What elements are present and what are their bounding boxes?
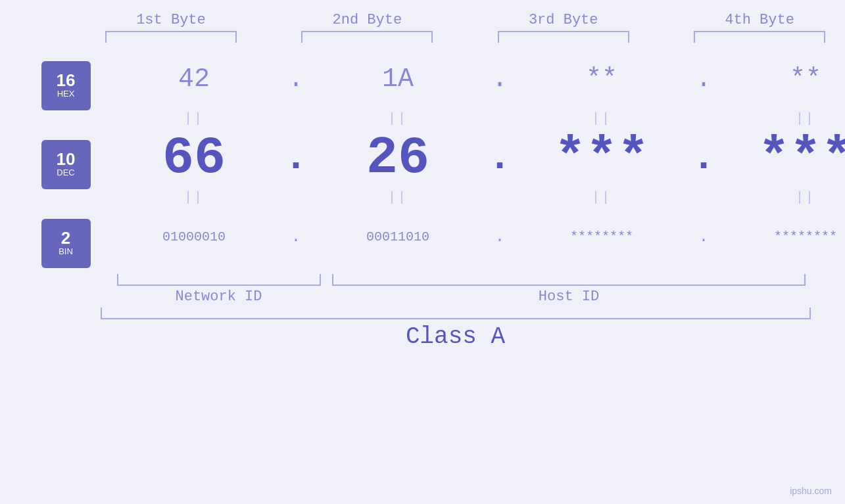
network-id-section: Network ID xyxy=(105,274,332,305)
byte-header-4: 4th Byte xyxy=(674,12,845,28)
byte-header-3: 3rd Byte xyxy=(478,12,649,28)
dec-row: 66 . 26 . *** . *** xyxy=(105,128,845,187)
bin-val-1: 01000010 xyxy=(105,229,283,244)
bin-badge-number: 2 xyxy=(61,229,70,246)
host-bracket xyxy=(332,274,806,286)
dec-val-2: 26 xyxy=(309,128,487,188)
bracket-shape-3 xyxy=(498,31,629,43)
sep-2-1: || xyxy=(105,190,283,205)
dec-badge-label: DEC xyxy=(57,168,74,178)
bracket-1 xyxy=(85,31,256,43)
hex-row: 42 . 1A . ** . ** xyxy=(105,49,845,108)
hex-badge-label: HEX xyxy=(57,89,75,99)
class-bracket xyxy=(101,308,811,319)
network-bracket xyxy=(117,274,321,286)
main-content: 16 HEX 10 DEC 2 BIN xyxy=(0,49,845,273)
sep-1-4: || xyxy=(717,111,845,126)
hex-badge-number: 16 xyxy=(57,72,76,89)
bin-badge-label: BIN xyxy=(59,246,73,257)
host-id-label: Host ID xyxy=(539,288,599,305)
dec-val-3: *** xyxy=(513,128,690,188)
bin-val-2: 00011010 xyxy=(309,229,487,244)
byte-header-1: 1st Byte xyxy=(85,12,256,28)
dec-dot-3: . xyxy=(690,135,717,180)
byte-header-2: 2nd Byte xyxy=(281,12,452,28)
hex-dot-3: . xyxy=(690,64,717,94)
sep-1-1: || xyxy=(105,111,283,126)
sep-1-3: || xyxy=(513,111,690,126)
host-id-section: Host ID xyxy=(332,274,806,305)
bracket-2 xyxy=(281,31,452,43)
bracket-shape-4 xyxy=(694,31,825,43)
dec-val-4: *** xyxy=(717,128,845,188)
bin-row: 01000010 . 00011010 . ******** . xyxy=(105,207,845,266)
dec-dot-2: . xyxy=(487,135,513,180)
main-container: 1st Byte 2nd Byte 3rd Byte 4th Byte xyxy=(0,0,845,504)
top-bracket-row xyxy=(0,31,845,43)
bracket-3 xyxy=(478,31,649,43)
hex-val-2: 1A xyxy=(309,64,487,94)
class-section: Class A xyxy=(0,308,845,350)
badge-bin-wrapper: 2 BIN xyxy=(26,214,105,273)
dec-badge-number: 10 xyxy=(57,150,76,168)
bin-dot-2: . xyxy=(487,228,513,246)
bin-dot-1: . xyxy=(283,228,309,246)
hex-badge: 16 HEX xyxy=(41,61,91,110)
dec-val-1: 66 xyxy=(105,128,283,188)
hex-val-4: ** xyxy=(717,64,845,94)
bin-val-4: ******** xyxy=(717,229,845,244)
class-label: Class A xyxy=(101,323,811,350)
bracket-shape-2 xyxy=(301,31,433,43)
sep-row-2: || || || || xyxy=(105,187,845,207)
badge-hex-wrapper: 16 HEX xyxy=(26,56,105,115)
header-row: 1st Byte 2nd Byte 3rd Byte 4th Byte xyxy=(0,0,845,28)
bracket-shape-1 xyxy=(105,31,237,43)
badge-dec-wrapper: 10 DEC xyxy=(26,135,105,194)
hex-val-3: ** xyxy=(513,64,690,94)
bin-dot-3: . xyxy=(690,228,717,246)
network-id-label: Network ID xyxy=(175,288,262,305)
bracket-4 xyxy=(674,31,845,43)
sep-1-2: || xyxy=(309,111,487,126)
bin-badge: 2 BIN xyxy=(41,219,91,268)
dec-dot-1: . xyxy=(283,135,309,180)
bin-val-3: ******** xyxy=(513,229,690,244)
data-rows: 42 . 1A . ** . ** xyxy=(105,49,845,266)
watermark: ipshu.com xyxy=(790,486,832,496)
hex-val-1: 42 xyxy=(105,64,283,94)
dec-badge: 10 DEC xyxy=(41,140,91,189)
badge-column: 16 HEX 10 DEC 2 BIN xyxy=(26,49,105,273)
sep-2-2: || xyxy=(309,190,487,205)
sep-2-4: || xyxy=(717,190,845,205)
bottom-bracket-row: Network ID Host ID xyxy=(0,274,845,305)
hex-dot-2: . xyxy=(487,64,513,94)
sep-row-1: || || || || xyxy=(105,108,845,128)
hex-dot-1: . xyxy=(283,64,309,94)
sep-2-3: || xyxy=(513,190,690,205)
